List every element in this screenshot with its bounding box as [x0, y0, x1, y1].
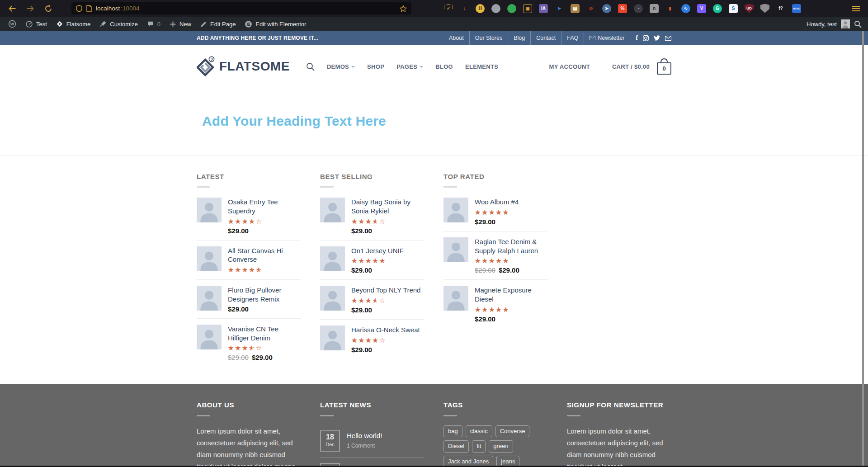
product-thumbnail[interactable] — [197, 246, 222, 271]
product-thumbnail[interactable] — [320, 246, 345, 271]
htag-extension-icon[interactable]: HTAG — [792, 4, 801, 13]
sphere-extension-icon[interactable] — [491, 4, 500, 13]
product-title-link[interactable]: Beyond Top NLY Trend — [351, 286, 425, 295]
cookie-extension-icon[interactable]: ◔ — [634, 4, 643, 13]
admin-bar-item-test[interactable]: Test — [21, 17, 52, 31]
product-row: Varanise CN Tee Hilfiger Denim☆☆☆☆☆★★★★★… — [197, 318, 301, 367]
admin-bar-item-new[interactable]: New — [165, 17, 196, 31]
cursor-extension-icon[interactable]: ➤ — [602, 4, 611, 13]
s-extension-icon[interactable]: S — [729, 4, 738, 13]
facebook-icon[interactable]: f — [636, 34, 638, 42]
product-title-link[interactable]: Daisy Bag Sonia by Sonia Rykiel — [351, 198, 425, 216]
nav-item-pages[interactable]: PAGES — [396, 63, 423, 70]
product-thumbnail[interactable] — [320, 325, 345, 350]
tag-fit[interactable]: fit — [472, 440, 486, 452]
product-thumbnail[interactable] — [443, 198, 468, 222]
admin-search-icon[interactable] — [854, 20, 862, 28]
product-thumbnail[interactable] — [320, 198, 345, 222]
download-extension-icon[interactable]: ↓ — [460, 4, 469, 13]
browser-refresh-icon[interactable] — [44, 5, 52, 13]
tag-bag[interactable]: bag — [443, 425, 462, 437]
topbar-link-about[interactable]: About — [443, 31, 469, 45]
bookmark-star-icon[interactable] — [400, 5, 407, 12]
header-search-icon[interactable] — [306, 62, 315, 71]
harpa-extension-icon[interactable]: H — [476, 4, 485, 13]
product-price: $29.00 — [475, 218, 548, 226]
percent-extension-icon[interactable]: % — [618, 4, 627, 13]
nav-item-blog[interactable]: BLOG — [435, 63, 453, 70]
folder-extension-icon[interactable]: ▤ — [571, 4, 580, 13]
arrow-extension-icon[interactable]: ➤ — [555, 4, 564, 13]
star-rating-fill: ★★★★★ — [475, 306, 509, 313]
star-rating: ☆☆☆☆☆★★★★★ — [351, 337, 386, 344]
nav-item-elements[interactable]: ELEMENTS — [465, 63, 498, 70]
tag-diesel[interactable]: Diesel — [443, 440, 469, 452]
shield-check-extension-icon[interactable]: ✓ — [444, 4, 453, 13]
product-thumbnail[interactable] — [197, 198, 222, 222]
wave-extension-icon[interactable]: ∿ — [681, 4, 690, 13]
page-scrollbar[interactable] — [862, 31, 864, 466]
topbar-link-newsletter[interactable]: Newsletter — [584, 31, 630, 45]
ud-extension-icon[interactable]: UD — [745, 4, 754, 13]
cart-link[interactable]: CART / $0.00 — [612, 63, 650, 70]
grammarly-extension-icon[interactable]: G — [713, 4, 722, 13]
admin-bar-item-edit-page[interactable]: Edit Page — [196, 17, 240, 31]
admin-bar-item-comments-bubble-icon[interactable]: 0 — [142, 17, 165, 31]
twitter-icon[interactable] — [654, 35, 660, 41]
nav-item-shop[interactable]: SHOP — [367, 63, 384, 70]
gray-tool-extension-icon[interactable]: n — [650, 4, 659, 13]
url-bar[interactable]: localhost:10004 — [71, 2, 411, 14]
product-title-link[interactable]: Raglan Tee Denim & Supply Ralph Lauren — [475, 237, 548, 255]
product-title-link[interactable]: Osaka Entry Tee Superdry — [228, 198, 301, 216]
admin-bar-item-label: Edit with Elementor — [255, 21, 306, 28]
my-account-link[interactable]: MY ACCOUNT — [549, 63, 590, 70]
product-title-link[interactable]: Woo Album #4 — [475, 198, 548, 207]
admin-bar-item-wordpress-logo-icon[interactable]: W — [4, 17, 21, 31]
fquestion-extension-icon[interactable]: f? — [776, 4, 785, 13]
topbar-link-blog[interactable]: Blog — [508, 31, 530, 45]
v-extension-icon[interactable]: V — [697, 4, 706, 13]
product-title-link[interactable]: On1 Jersey UNIF — [351, 246, 425, 255]
browser-forward-icon[interactable] — [26, 5, 34, 12]
image-tool-extension-icon[interactable]: ▣ — [523, 4, 532, 13]
blocker-extension-icon[interactable]: ⊘ — [586, 4, 595, 13]
admin-bar-item-flatsome[interactable]: Flatsome — [52, 17, 95, 31]
product-title-link[interactable]: All Star Canvas Hi Converse — [228, 246, 301, 264]
admin-bar-item-customize[interactable]: Customize — [95, 17, 142, 31]
instagram-icon[interactable] — [643, 35, 649, 41]
browser-back-icon[interactable] — [8, 5, 16, 12]
product-title-link[interactable]: Magnete Exposure Diesel — [475, 286, 548, 304]
gray-shield-extension-icon[interactable] — [760, 4, 769, 13]
product-thumbnail[interactable] — [443, 237, 468, 262]
site-logo[interactable]: 3 FLATSOME — [197, 56, 290, 77]
admin-bar-item-edit-with-elementor[interactable]: Edit with Elementor — [240, 17, 311, 31]
news-date-day: 18 — [321, 432, 339, 442]
tag-green[interactable]: green — [489, 440, 513, 452]
hamburger-menu-icon[interactable] — [852, 5, 860, 13]
product-current-price: $29.00 — [475, 218, 495, 226]
product-title-link[interactable]: Fluro Big Pullover Designers Remix — [228, 286, 301, 304]
news-title-link[interactable]: Hello world! — [347, 432, 382, 439]
flatsome-logo-icon: 3 — [197, 56, 216, 77]
nav-item-demos[interactable]: DEMOS — [327, 63, 355, 70]
topbar-link-our-stores[interactable]: Our Stores — [469, 31, 508, 45]
topbar-link-contact[interactable]: Contact — [530, 31, 561, 45]
email-icon[interactable] — [665, 36, 671, 41]
product-thumbnail[interactable] — [320, 286, 345, 311]
product-thumbnail[interactable] — [443, 286, 468, 311]
user-avatar[interactable] — [841, 19, 850, 28]
product-thumbnail[interactable] — [197, 286, 222, 311]
cart-basket-icon[interactable]: 0 — [657, 58, 671, 75]
hydrant-extension-icon[interactable]: ▮ — [665, 4, 675, 13]
product-title-link[interactable]: Varanise CN Tee Hilfiger Denim — [228, 325, 301, 343]
ia-extension-icon[interactable]: IA — [539, 4, 548, 13]
topbar-link-faq[interactable]: FAQ — [561, 31, 584, 45]
idm-extension-icon[interactable] — [507, 4, 516, 13]
tracking-shield-icon[interactable] — [76, 5, 82, 12]
page-info-icon[interactable] — [86, 5, 92, 12]
howdy-label[interactable]: Howdy, test — [807, 21, 837, 28]
product-title-link[interactable]: Harissa O-Neck Sweat — [351, 325, 425, 335]
tag-classic[interactable]: classic — [466, 425, 492, 437]
tag-converse[interactable]: Converse — [495, 425, 530, 437]
product-thumbnail[interactable] — [197, 325, 222, 349]
